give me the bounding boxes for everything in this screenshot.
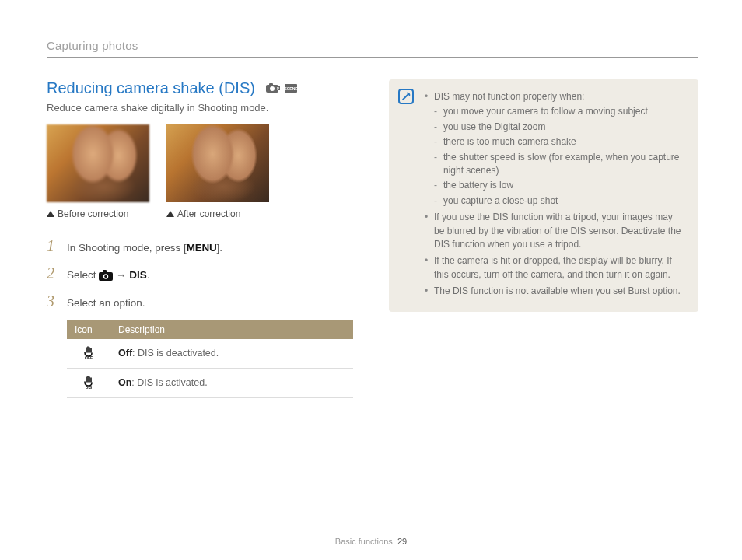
after-photo — [166, 124, 269, 202]
svg-point-2 — [270, 86, 275, 91]
step-3: Select an option. — [67, 296, 350, 311]
note-item: If you use the DIS function with a tripo… — [425, 211, 684, 251]
section-subtitle: Reduce camera shake digitally in Shootin… — [47, 102, 350, 114]
dis-off-icon: OFF — [82, 345, 96, 359]
footer-section: Basic functions — [335, 537, 393, 546]
note-subitem: you capture a close-up shot — [434, 194, 684, 208]
svg-text:DIS: DIS — [86, 385, 93, 389]
before-photo — [47, 124, 149, 202]
camera-icon — [99, 270, 113, 281]
step-1: In Shooting mode, press [MENU]. — [67, 240, 350, 256]
menu-button-label: MENU — [187, 242, 217, 254]
section-title: Reducing camera shake (DIS) P SCENE — [47, 79, 350, 97]
col-description: Description — [110, 320, 353, 339]
step-number-2: 2 — [47, 265, 58, 281]
page-footer: Basic functions 29 — [0, 537, 742, 546]
note-icon — [398, 89, 414, 104]
svg-rect-1 — [269, 83, 273, 86]
breadcrumb: Capturing photos — [47, 39, 698, 58]
note-subitem: the shutter speed is slow (for example, … — [434, 151, 684, 178]
note-item: If the camera is hit or dropped, the dis… — [425, 254, 684, 282]
svg-text:SCENE: SCENE — [285, 86, 297, 91]
page-number: 29 — [397, 537, 407, 546]
before-caption: Before correction — [47, 208, 149, 219]
dis-on-icon: DIS — [82, 375, 96, 389]
table-row: OFF Off: DIS is deactivated. — [67, 339, 353, 369]
title-text: Reducing camera shake (DIS) — [47, 79, 255, 97]
step-2: Select → DIS. — [67, 268, 350, 283]
note-subitem: you use the Digital zoom — [434, 121, 684, 134]
col-icon: Icon — [67, 320, 110, 339]
after-label: After correction — [177, 208, 240, 219]
note-item: The DIS function is not available when y… — [425, 285, 684, 298]
table-row: DIS On: DIS is activated. — [67, 368, 353, 397]
triangle-up-icon — [47, 211, 54, 217]
triangle-up-icon — [166, 211, 174, 217]
svg-rect-8 — [103, 270, 107, 273]
svg-text:OFF: OFF — [85, 355, 93, 359]
camera-mode-icon: P — [266, 83, 280, 93]
after-caption: After correction — [166, 208, 269, 219]
off-desc: Off: DIS is deactivated. — [110, 339, 353, 369]
dis-label: DIS — [129, 269, 147, 281]
note-box: DIS may not function properly when: you … — [389, 79, 698, 312]
note-item: DIS may not function properly when: you … — [425, 90, 684, 208]
step-number-1: 1 — [47, 238, 58, 254]
options-table: Icon Description OFF Off: DIS is deactiv… — [67, 320, 353, 398]
svg-point-10 — [104, 275, 107, 278]
before-label: Before correction — [58, 208, 128, 219]
note-subitem: you move your camera to follow a moving … — [434, 105, 684, 118]
note-subitem: there is too much camera shake — [434, 135, 684, 149]
on-desc: On: DIS is activated. — [110, 368, 353, 397]
note-subitem: the battery is low — [434, 179, 684, 192]
step-number-3: 3 — [47, 293, 58, 309]
scene-mode-icon: SCENE — [285, 84, 297, 93]
